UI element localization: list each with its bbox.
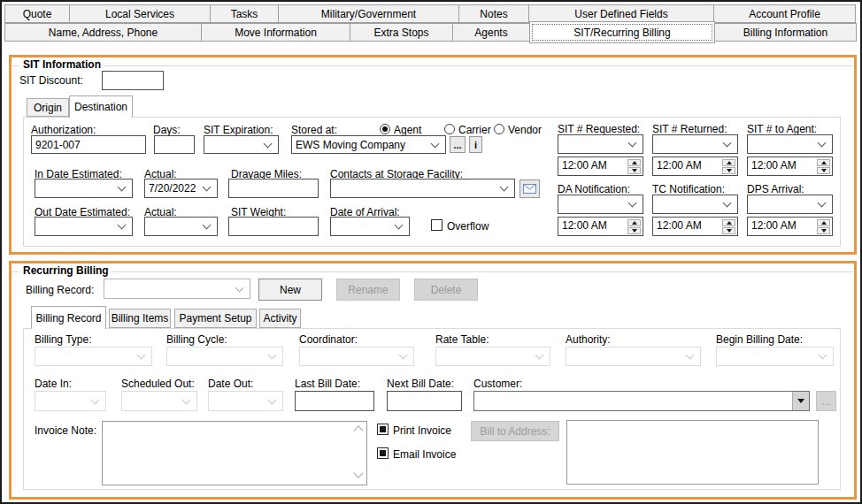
days-label: Days: bbox=[153, 124, 181, 136]
da-notification-time-spinner[interactable]: 12:00 AM bbox=[558, 217, 643, 236]
date-in-combo[interactable] bbox=[35, 391, 106, 411]
sit-discount-input[interactable] bbox=[102, 71, 164, 90]
tab-military-government[interactable]: Military/Government bbox=[278, 4, 459, 23]
billing-record-combo[interactable] bbox=[104, 279, 250, 299]
chevron-down-icon bbox=[431, 139, 440, 148]
dps-arrival-combo[interactable] bbox=[747, 195, 833, 214]
subtab-activity[interactable]: Activity bbox=[259, 309, 301, 328]
sit-weight-input[interactable] bbox=[228, 217, 319, 236]
sit-expiration-combo[interactable] bbox=[204, 135, 279, 154]
tab-account-profile[interactable]: Account Profile bbox=[713, 4, 856, 23]
subtab-payment-setup[interactable]: Payment Setup bbox=[174, 309, 257, 328]
scroll-up-icon[interactable] bbox=[353, 425, 363, 435]
subtab-destination[interactable]: Destination bbox=[69, 95, 133, 118]
stored-at-carrier-radio[interactable] bbox=[444, 124, 455, 134]
spin-down-button[interactable] bbox=[627, 167, 641, 174]
bill-to-address-box[interactable] bbox=[566, 420, 819, 485]
spin-up-button[interactable] bbox=[627, 159, 641, 166]
spin-down-button[interactable] bbox=[722, 227, 735, 234]
begin-billing-date-combo[interactable] bbox=[716, 347, 834, 366]
sit-requested-combo[interactable] bbox=[558, 134, 643, 154]
rename-button[interactable]: Rename bbox=[336, 279, 400, 301]
subtab-origin[interactable]: Origin bbox=[27, 98, 69, 117]
new-button[interactable]: New bbox=[258, 279, 322, 301]
tab-billing-information[interactable]: Billing Information bbox=[714, 23, 857, 42]
rate-table-combo[interactable] bbox=[435, 347, 550, 366]
bill-to-address-button[interactable]: Bill to Address: bbox=[471, 421, 559, 441]
out-date-estimated-combo[interactable] bbox=[35, 217, 133, 236]
subtab-billing-items[interactable]: Billing Items bbox=[109, 309, 171, 328]
storage-company-combo[interactable]: EWS Moving Company bbox=[291, 135, 446, 154]
sit-returned-combo[interactable] bbox=[652, 134, 738, 154]
tc-notification-combo[interactable] bbox=[652, 195, 738, 214]
spin-up-button[interactable] bbox=[722, 219, 735, 226]
spin-up-button[interactable] bbox=[627, 219, 641, 226]
tc-notification-time-spinner[interactable]: 12:00 AM bbox=[652, 217, 738, 236]
overflow-checkbox[interactable] bbox=[431, 219, 443, 231]
sit-returned-time-spinner[interactable]: 12:00 AM bbox=[652, 157, 738, 176]
spin-up-button[interactable] bbox=[722, 159, 735, 166]
spin-down-button[interactable] bbox=[817, 227, 830, 234]
spin-down-button[interactable] bbox=[722, 167, 735, 174]
tab-quote[interactable]: Quote bbox=[4, 4, 70, 23]
authority-combo[interactable] bbox=[566, 347, 701, 366]
triangle-down-icon bbox=[797, 399, 804, 403]
tab-sit-recurring-billing[interactable]: SIT/Recurring Billing bbox=[529, 21, 715, 43]
stored-at-agent-label: Agent bbox=[394, 124, 421, 136]
billing-cycle-combo[interactable] bbox=[166, 347, 283, 366]
customer-combo[interactable] bbox=[473, 391, 810, 411]
in-date-actual-combo[interactable]: 7/20/2022 bbox=[144, 179, 218, 198]
tab-row-primary: Quote Local Services Tasks Military/Gove… bbox=[4, 4, 861, 23]
print-invoice-checkbox[interactable] bbox=[377, 424, 389, 435]
sit-requested-time-spinner[interactable]: 12:00 AM bbox=[558, 157, 643, 176]
scheduled-out-combo[interactable] bbox=[121, 391, 197, 411]
subtab-billing-record[interactable]: Billing Record bbox=[31, 306, 106, 329]
spin-down-button[interactable] bbox=[817, 167, 830, 174]
email-invoice-label: Email Invoice bbox=[393, 448, 456, 461]
last-bill-date-input[interactable] bbox=[295, 391, 374, 411]
tab-notes[interactable]: Notes bbox=[458, 4, 529, 23]
sit-to-agent-combo[interactable] bbox=[747, 134, 833, 154]
dps-arrival-time-spinner[interactable]: 12:00 AM bbox=[747, 217, 833, 236]
email-contact-button[interactable] bbox=[520, 179, 540, 198]
tab-move-information[interactable]: Move Information bbox=[201, 23, 350, 42]
tab-agents[interactable]: Agents bbox=[452, 23, 530, 42]
authorization-input[interactable] bbox=[31, 135, 146, 154]
delete-button[interactable]: Delete bbox=[414, 279, 478, 301]
chevron-down-icon bbox=[118, 221, 127, 230]
in-date-estimated-combo[interactable] bbox=[35, 179, 133, 198]
date-out-label: Date Out: bbox=[208, 378, 253, 390]
combo-dropdown-button[interactable] bbox=[792, 392, 809, 410]
tab-extra-stops[interactable]: Extra Stops bbox=[350, 23, 453, 42]
date-in-label: Date In: bbox=[35, 378, 72, 390]
tab-user-defined-fields[interactable]: User Defined Fields bbox=[528, 4, 714, 23]
tab-local-services[interactable]: Local Services bbox=[69, 4, 211, 23]
coordinator-combo[interactable] bbox=[299, 347, 414, 366]
storage-company-info-button[interactable]: i bbox=[469, 136, 482, 153]
stored-at-agent-radio[interactable] bbox=[380, 124, 390, 134]
drayage-miles-input[interactable] bbox=[228, 179, 319, 198]
date-of-arrival-combo[interactable] bbox=[330, 217, 410, 236]
date-out-combo[interactable] bbox=[208, 391, 283, 411]
chevron-down-icon bbox=[818, 139, 827, 148]
spin-down-button[interactable] bbox=[627, 227, 641, 234]
out-date-actual-combo[interactable] bbox=[144, 217, 218, 236]
next-bill-date-input[interactable] bbox=[387, 391, 462, 411]
stored-at-vendor-radio[interactable] bbox=[494, 124, 504, 134]
tab-name-address-phone[interactable]: Name, Address, Phone bbox=[4, 23, 202, 42]
da-notification-combo[interactable] bbox=[558, 195, 643, 214]
sit-to-agent-time-spinner[interactable]: 12:00 AM bbox=[747, 157, 833, 176]
scroll-down-icon[interactable] bbox=[353, 468, 363, 477]
days-input[interactable] bbox=[154, 135, 195, 154]
tab-tasks[interactable]: Tasks bbox=[210, 4, 279, 23]
spin-up-button[interactable] bbox=[817, 219, 830, 226]
email-invoice-checkbox[interactable] bbox=[377, 447, 389, 459]
invoice-note-input[interactable] bbox=[102, 421, 367, 485]
billing-type-combo[interactable] bbox=[35, 347, 152, 366]
spin-up-button[interactable] bbox=[817, 159, 830, 166]
da-notification-label: DA Notification: bbox=[558, 183, 630, 195]
customer-more-button[interactable]: ... bbox=[816, 391, 836, 411]
groupbox-line bbox=[12, 271, 853, 272]
contacts-combo[interactable] bbox=[330, 179, 515, 198]
storage-company-more-button[interactable]: ... bbox=[450, 136, 466, 153]
